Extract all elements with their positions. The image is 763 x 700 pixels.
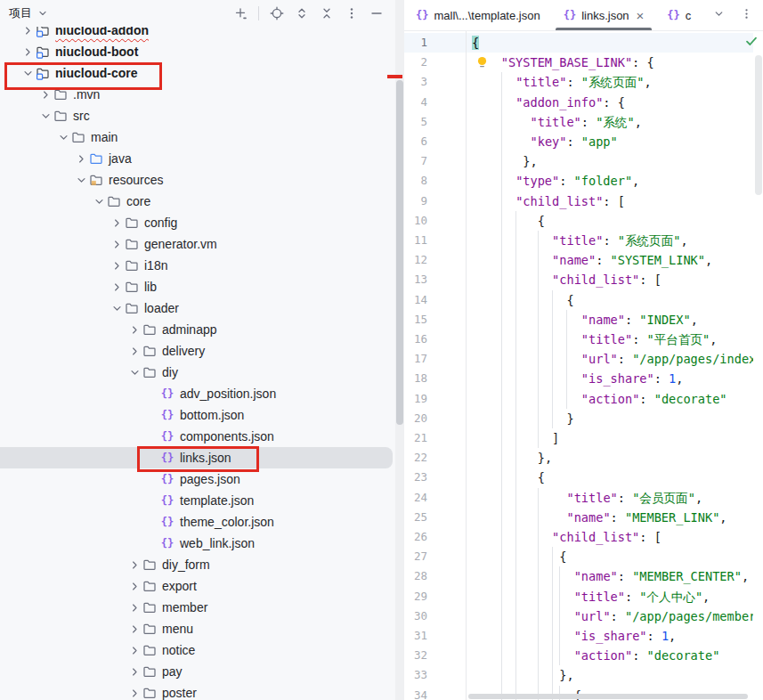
chevron-right-icon[interactable] <box>126 686 142 700</box>
tree-item-export[interactable]: export <box>0 575 393 597</box>
tree-item-resources[interactable]: resources <box>0 169 393 191</box>
tree-item-pay[interactable]: pay <box>0 661 393 682</box>
chevron-right-icon[interactable] <box>109 280 125 294</box>
code-editor[interactable]: 1234567891011121314151617181920212223242… <box>404 31 763 700</box>
folder-icon <box>142 622 157 636</box>
tree-item-delivery[interactable]: delivery <box>0 340 393 362</box>
indent-guide <box>501 508 502 527</box>
chevron-down-icon[interactable] <box>126 365 142 379</box>
chevron-right-icon[interactable] <box>126 579 142 593</box>
chevron-right-icon[interactable] <box>126 622 142 636</box>
editor-more-icon[interactable] <box>740 7 753 24</box>
chevron-down-icon[interactable] <box>91 194 107 208</box>
indent-guide <box>501 547 502 566</box>
tree-item-pages-json[interactable]: {}pages.json <box>0 468 393 490</box>
tree-item-generator-vm[interactable]: generator.vm <box>0 233 393 255</box>
tree-item-components-json[interactable]: {}components.json <box>0 426 393 447</box>
chevron-right-icon[interactable] <box>126 322 142 337</box>
tree-item-java[interactable]: java <box>0 148 393 169</box>
tree-item-main[interactable]: main <box>0 126 393 148</box>
tree-item-web-link-json[interactable]: {}web_link.json <box>0 533 393 554</box>
chevron-right-icon[interactable] <box>37 87 53 102</box>
close-tab-icon[interactable]: × <box>637 9 645 22</box>
indent-guide <box>501 290 502 310</box>
tree-item-label: loader <box>144 301 179 315</box>
chevron-down-icon[interactable] <box>73 173 89 187</box>
tree-item-menu[interactable]: menu <box>0 618 393 639</box>
tree-item-theme-color-json[interactable]: {}theme_color.json <box>0 511 393 533</box>
tree-item-label: core <box>126 194 150 208</box>
tree-item-niucloud-core[interactable]: niucloud-core <box>0 62 393 84</box>
inspections-ok-icon[interactable] <box>744 34 759 48</box>
indent-guide <box>538 310 539 330</box>
tree-item-loader[interactable]: loader <box>0 297 393 319</box>
code-token: }, <box>559 668 573 682</box>
tree-item-notice[interactable]: notice <box>0 639 393 661</box>
tree-item-bottom-json[interactable]: {}bottom.json <box>0 404 393 426</box>
chevron-right-icon[interactable] <box>126 664 142 679</box>
chevron-right-icon[interactable] <box>126 558 142 572</box>
line-number: 25 <box>404 508 427 527</box>
chevron-down-icon[interactable] <box>37 7 49 20</box>
chevron-down-icon[interactable] <box>109 301 125 315</box>
tree-item-links-json[interactable]: {}links.json <box>0 447 393 468</box>
tree-item-adminapp[interactable]: adminapp <box>0 319 393 340</box>
code-token: { <box>538 214 545 228</box>
tree-item-member[interactable]: member <box>0 597 393 618</box>
code-line-16: "title": "平台首页", <box>472 330 753 349</box>
project-panel-title[interactable]: 项目 <box>9 5 32 21</box>
tree-item--mvn[interactable]: .mvn <box>0 84 393 105</box>
tab-template-json[interactable]: {} mall\...\template.json <box>404 0 552 30</box>
code-token: : <box>603 233 617 248</box>
editor-vertical-scrollbar-thumb[interactable] <box>755 55 762 195</box>
code-line-27: { <box>472 547 753 566</box>
locate-file-icon[interactable] <box>270 6 284 20</box>
tree-item-lib[interactable]: lib <box>0 276 393 297</box>
chevron-right-icon[interactable] <box>73 151 89 166</box>
tree-item-i18n[interactable]: i18n <box>0 255 393 276</box>
intention-bulb-icon[interactable] <box>475 55 489 69</box>
chevron-right-icon[interactable] <box>20 45 36 59</box>
tree-item-template-json[interactable]: {}template.json <box>0 490 393 511</box>
code-token: { <box>566 293 573 307</box>
expand-all-icon[interactable] <box>295 6 309 20</box>
chevron-down-icon[interactable] <box>20 66 36 80</box>
tab-clipped[interactable]: {} c <box>655 0 706 30</box>
code-token: "会员页面" <box>632 491 695 505</box>
chevron-right-icon[interactable] <box>126 344 142 358</box>
chevron-right-icon[interactable] <box>109 258 125 273</box>
line-number: 5 <box>404 112 427 132</box>
tree-item-label: web_link.json <box>180 536 255 550</box>
tree-item-core[interactable]: core <box>0 191 393 212</box>
more-options-icon[interactable] <box>345 6 359 20</box>
code-line-18: "is_share": 1, <box>472 369 753 388</box>
indent-guide <box>515 409 516 428</box>
tree-item-poster[interactable]: poster <box>0 682 393 700</box>
tab-links-json[interactable]: {} links.json × <box>552 0 656 30</box>
chevron-right-icon[interactable] <box>109 237 125 251</box>
line-number: 10 <box>404 211 427 231</box>
chevron-down-icon[interactable] <box>37 109 53 123</box>
line-number: 19 <box>404 389 427 409</box>
tree-item-src[interactable]: src <box>0 105 393 126</box>
tree-scrollbar-thumb[interactable] <box>396 80 403 425</box>
add-icon[interactable] <box>233 6 248 20</box>
code-token: : <box>566 134 580 149</box>
hidden-tabs-chevron-icon[interactable] <box>712 7 726 24</box>
tree-item-adv-position-json[interactable]: {}adv_position.json <box>0 383 393 404</box>
indent-guide <box>515 250 516 270</box>
tree-item-niucloud-boot[interactable]: niucloud-boot <box>0 41 393 62</box>
collapse-all-icon[interactable] <box>320 6 334 20</box>
indent-guide <box>538 349 539 369</box>
chevron-down-icon[interactable] <box>55 130 71 144</box>
chevron-right-icon[interactable] <box>126 643 142 657</box>
hide-panel-icon[interactable] <box>369 6 384 20</box>
tree-item-config[interactable]: config <box>0 212 393 233</box>
tree-item-diy-form[interactable]: diy_form <box>0 554 393 575</box>
chevron-right-icon[interactable] <box>109 216 125 230</box>
tree-item-diy[interactable]: diy <box>0 362 393 383</box>
editor-horizontal-scrollbar-thumb[interactable] <box>468 694 748 699</box>
indent-guide <box>515 606 516 626</box>
chevron-right-icon[interactable] <box>126 600 142 615</box>
indent-guide <box>538 290 539 310</box>
